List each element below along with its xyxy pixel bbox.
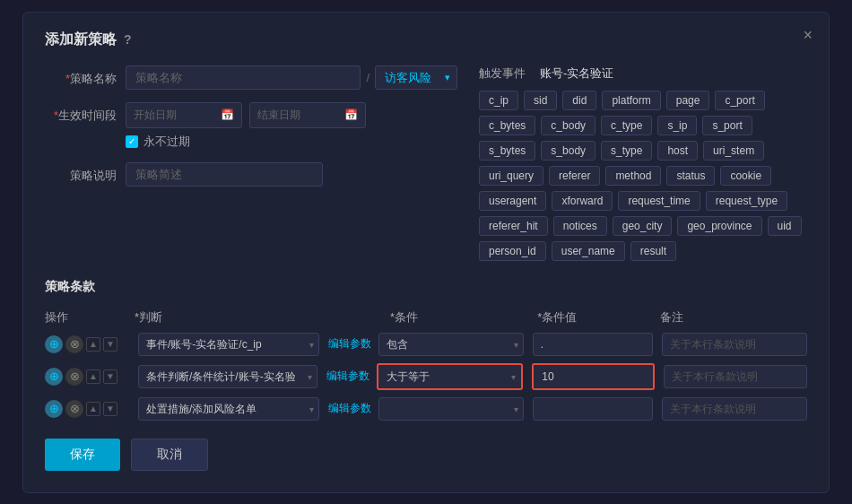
tag-geo_province[interactable]: geo_province bbox=[677, 216, 761, 236]
risk-type-wrapper: 访客风险 bbox=[375, 65, 457, 90]
condition-wrapper-1: 大于等于 bbox=[377, 363, 524, 390]
tag-referer[interactable]: referer bbox=[549, 166, 600, 186]
tag-xforward[interactable]: xforward bbox=[552, 191, 613, 211]
tag-platform[interactable]: platform bbox=[602, 91, 660, 110]
tag-c_ip[interactable]: c_ip bbox=[479, 91, 518, 110]
tag-cookie[interactable]: cookie bbox=[720, 166, 771, 186]
judge-select-wrapper-0: 事件/账号-实名验证/c_ip bbox=[138, 333, 319, 356]
add-btn-1[interactable]: ⊕ bbox=[45, 368, 63, 386]
action-btns-0: ⊕ ⊗ ▲ ▼ bbox=[45, 335, 135, 353]
remark-input-1[interactable] bbox=[664, 365, 807, 388]
tag-method[interactable]: method bbox=[605, 166, 661, 186]
tag-sid[interactable]: sid bbox=[524, 91, 557, 110]
conditions-section: 策略条款 操作 *判断 *条件 *条件值 备注 ⊕ ⊗ ▲ ▼ 事件/账号-实名… bbox=[45, 279, 807, 421]
end-date-placeholder: 结束日期 bbox=[257, 108, 300, 123]
down-btn-2[interactable]: ▼ bbox=[103, 402, 117, 416]
description-input[interactable] bbox=[126, 162, 323, 187]
delete-btn-0[interactable]: ⊗ bbox=[65, 335, 83, 353]
date-row: 开始日期 📅 结束日期 📅 bbox=[126, 102, 457, 128]
remark-input-2[interactable] bbox=[662, 397, 807, 421]
delete-btn-2[interactable]: ⊗ bbox=[65, 400, 83, 418]
tag-s_ip[interactable]: s_ip bbox=[657, 116, 697, 135]
tag-referer_hit[interactable]: referer_hit bbox=[479, 216, 548, 236]
condition-row-2: ⊕ ⊗ ▲ ▼ 处置措施/添加风险名单 编辑参数 bbox=[45, 397, 807, 421]
trigger-label: 触发事件 bbox=[479, 65, 526, 82]
trigger-header: 触发事件 账号-实名验证 bbox=[479, 65, 807, 82]
start-date-field[interactable]: 开始日期 📅 bbox=[126, 102, 242, 128]
calendar-icon-end: 📅 bbox=[344, 109, 358, 121]
tag-page[interactable]: page bbox=[666, 91, 710, 110]
judge-select-0[interactable]: 事件/账号-实名验证/c_ip bbox=[138, 333, 319, 356]
edit-link-0[interactable]: 编辑参数 bbox=[328, 336, 371, 352]
tag-s_body[interactable]: s_body bbox=[541, 141, 596, 161]
up-btn-0[interactable]: ▲ bbox=[86, 337, 100, 352]
risk-type-select[interactable]: 访客风险 bbox=[375, 65, 457, 90]
condition-select-2[interactable] bbox=[378, 397, 524, 421]
header-value: *条件值 bbox=[537, 309, 660, 326]
action-btns-1: ⊕ ⊗ ▲ ▼ bbox=[45, 368, 135, 386]
description-control bbox=[126, 162, 457, 187]
title-text: 添加新策略 bbox=[45, 30, 117, 49]
condition-row-1: ⊕ ⊗ ▲ ▼ 条件判断/条件统计/账号-实名验证 编辑参数 大于等于 bbox=[45, 363, 807, 390]
tag-s_port[interactable]: s_port bbox=[702, 116, 752, 135]
tag-request_time[interactable]: request_time bbox=[618, 191, 700, 211]
remark-input-0[interactable] bbox=[662, 333, 807, 356]
tag-user_name[interactable]: user_name bbox=[552, 241, 625, 261]
strategy-name-input[interactable] bbox=[126, 65, 361, 90]
tag-notices[interactable]: notices bbox=[553, 216, 607, 236]
tag-result[interactable]: result bbox=[630, 241, 676, 261]
header-judge: *判断 bbox=[135, 309, 318, 326]
tag-c_body[interactable]: c_body bbox=[541, 116, 596, 135]
tag-did[interactable]: did bbox=[562, 91, 596, 110]
tag-c_port[interactable]: c_port bbox=[715, 91, 764, 110]
condition-select-0[interactable]: 包含 bbox=[378, 333, 524, 356]
value-input-2[interactable] bbox=[533, 397, 654, 421]
up-btn-2[interactable]: ▲ bbox=[86, 402, 100, 416]
close-button[interactable]: × bbox=[803, 27, 813, 43]
header-condition: *条件 bbox=[390, 309, 537, 326]
tag-s_type[interactable]: s_type bbox=[601, 141, 652, 161]
tag-person_id[interactable]: person_id bbox=[479, 241, 546, 261]
tag-useragent[interactable]: useragent bbox=[479, 191, 546, 211]
end-date-field[interactable]: 结束日期 📅 bbox=[249, 102, 366, 128]
conditions-header: 操作 *判断 *条件 *条件值 备注 bbox=[45, 306, 807, 329]
tag-uid[interactable]: uid bbox=[768, 216, 802, 236]
form-layout: *策略名称 / 访客风险 *生效时间段 bbox=[45, 65, 807, 261]
value-input-1[interactable] bbox=[534, 365, 653, 388]
judge-select-1[interactable]: 条件判断/条件统计/账号-实名验证 bbox=[138, 365, 317, 388]
up-btn-1[interactable]: ▲ bbox=[86, 369, 100, 384]
tag-host[interactable]: host bbox=[657, 141, 698, 161]
down-btn-1[interactable]: ▼ bbox=[103, 369, 117, 384]
remark-0 bbox=[662, 333, 807, 356]
tag-c_bytes[interactable]: c_bytes bbox=[479, 116, 535, 135]
modal-title: 添加新策略 ? bbox=[45, 30, 807, 49]
strategy-name-row: *策略名称 / 访客风险 bbox=[45, 65, 457, 90]
form-right: 触发事件 账号-实名验证 c_ipsiddidplatformpagec_por… bbox=[479, 65, 807, 261]
description-label: 策略说明 bbox=[45, 162, 126, 184]
edit-link-2[interactable]: 编辑参数 bbox=[328, 401, 371, 416]
save-button[interactable]: 保存 bbox=[45, 439, 120, 471]
tag-uri_stem[interactable]: uri_stem bbox=[703, 141, 764, 161]
value-wrapper-0 bbox=[533, 333, 654, 356]
tag-request_type[interactable]: request_type bbox=[706, 191, 787, 211]
tag-c_type[interactable]: c_type bbox=[601, 116, 652, 135]
tag-geo_city[interactable]: geo_city bbox=[613, 216, 673, 236]
help-icon[interactable]: ? bbox=[124, 32, 132, 47]
strategy-name-control: / 访客风险 bbox=[126, 65, 457, 90]
tag-s_bytes[interactable]: s_bytes bbox=[479, 141, 535, 161]
value-wrapper-1 bbox=[532, 363, 655, 390]
remark-2 bbox=[662, 397, 807, 421]
edit-link-1[interactable]: 编辑参数 bbox=[326, 369, 369, 384]
action-btns-2: ⊕ ⊗ ▲ ▼ bbox=[45, 400, 135, 418]
add-btn-0[interactable]: ⊕ bbox=[45, 335, 63, 353]
down-btn-0[interactable]: ▼ bbox=[103, 337, 117, 352]
add-btn-2[interactable]: ⊕ bbox=[45, 400, 63, 418]
forever-checkbox[interactable]: ✓ bbox=[126, 135, 138, 148]
tag-uri_query[interactable]: uri_query bbox=[479, 166, 543, 186]
delete-btn-1[interactable]: ⊗ bbox=[65, 368, 83, 386]
value-input-0[interactable] bbox=[533, 333, 654, 356]
cancel-button[interactable]: 取消 bbox=[131, 439, 208, 471]
judge-select-2[interactable]: 处置措施/添加风险名单 bbox=[138, 397, 319, 421]
condition-select-1[interactable]: 大于等于 bbox=[378, 365, 522, 388]
tag-status[interactable]: status bbox=[666, 166, 715, 186]
